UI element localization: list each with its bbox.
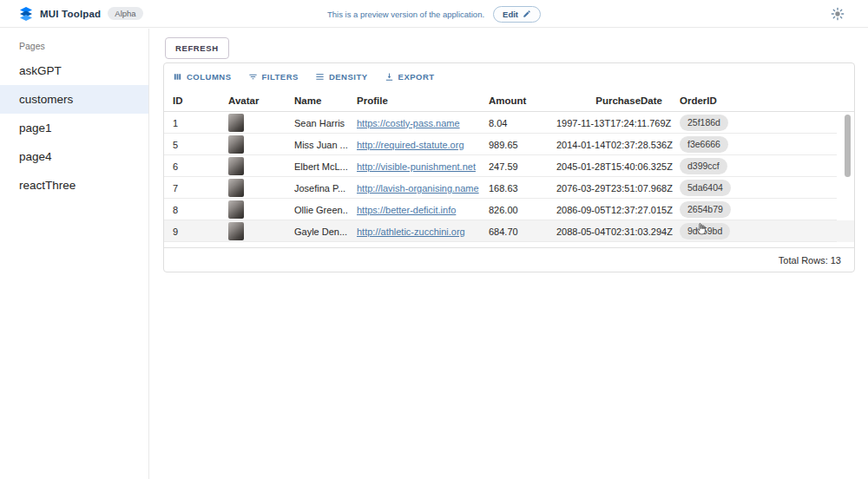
sidebar-item-askgpt[interactable]: askGPT <box>0 56 148 85</box>
columns-button-label: COLUMNS <box>187 72 232 82</box>
cell-amount: 247.59 <box>480 161 556 172</box>
app-title: MUI Toolpad <box>40 9 101 19</box>
sidebar-section-label: Pages <box>0 29 148 56</box>
alpha-badge: Alpha <box>108 7 142 20</box>
total-rows-label: Total Rows: 13 <box>779 255 841 266</box>
profile-link[interactable]: http://required-statute.org <box>357 140 464 150</box>
sidebar-item-label: reactThree <box>19 179 76 192</box>
cell-id: 8 <box>164 205 220 215</box>
profile-link[interactable]: https://better-deficit.info <box>357 205 456 215</box>
profile-link[interactable]: http://lavish-organising.name <box>357 183 479 194</box>
filter-list-icon <box>248 72 258 82</box>
table-row[interactable]: 1 Sean Harris https://costly-pass.name 8… <box>164 112 854 134</box>
toolpad-logo-icon <box>19 7 33 21</box>
profile-link[interactable]: http://visible-punishment.net <box>357 161 476 172</box>
sidebar: Pages askGPT customers page1 page4 react… <box>0 29 149 479</box>
sidebar-item-reactthree[interactable]: reactThree <box>0 171 148 200</box>
sidebar-item-page1[interactable]: page1 <box>0 114 148 142</box>
vertical-scrollbar[interactable] <box>845 115 851 177</box>
profile-link[interactable]: http://athletic-zucchini.org <box>357 226 465 237</box>
cell-id: 7 <box>164 183 220 194</box>
table-row[interactable]: 6 Elbert McL... http://visible-punishmen… <box>164 155 854 177</box>
export-button[interactable]: EXPORT <box>385 72 435 82</box>
column-header-profile[interactable]: Profile <box>348 95 480 106</box>
refresh-button[interactable]: REFRESH <box>165 37 229 59</box>
cell-avatar <box>220 135 286 154</box>
cell-id: 9 <box>164 226 220 237</box>
filters-button[interactable]: FILTERS <box>248 72 299 82</box>
cell-purchasedate: 2086-09-05T12:37:27.015Z <box>556 205 667 215</box>
cell-id: 6 <box>164 161 220 172</box>
column-header-id[interactable]: ID <box>164 95 220 106</box>
orderid-chip: 2654b79 <box>680 201 731 218</box>
cell-purchasedate: 2076-03-29T23:51:07.968Z <box>556 183 667 194</box>
cell-name: Miss Juan ... <box>286 140 348 150</box>
table-row-hovered[interactable]: 9 Gayle Den... http://athletic-zucchini.… <box>164 220 854 242</box>
cell-avatar <box>220 200 286 219</box>
top-app-bar: MUI Toolpad Alpha This is a preview vers… <box>0 0 868 28</box>
avatar <box>228 179 244 197</box>
theme-toggle-button[interactable] <box>830 6 845 22</box>
sidebar-item-label: customers <box>19 93 73 106</box>
cell-name: Gayle Den... <box>286 226 348 237</box>
cell-avatar <box>220 114 286 132</box>
orderid-chip: 5da6404 <box>680 180 731 196</box>
sidebar-item-label: page4 <box>19 150 52 163</box>
avatar <box>228 157 244 175</box>
filters-button-label: FILTERS <box>262 72 299 82</box>
column-header-avatar[interactable]: Avatar <box>220 95 286 106</box>
grid-header-row: ID Avatar Name Profile Amount PurchaseDa… <box>164 89 854 112</box>
profile-link[interactable]: https://costly-pass.name <box>357 118 460 128</box>
sidebar-item-label: page1 <box>19 121 52 135</box>
cell-name: Josefina P... <box>286 183 348 194</box>
cell-name: Sean Harris <box>286 118 348 128</box>
density-lines-icon <box>315 72 325 82</box>
cell-avatar <box>220 157 286 175</box>
cell-amount: 8.04 <box>480 118 556 128</box>
avatar <box>228 114 244 132</box>
cell-amount: 826.00 <box>480 205 556 215</box>
column-header-purchasedate[interactable]: PurchaseDate <box>556 95 667 106</box>
table-row[interactable]: 7 Josefina P... http://lavish-organising… <box>164 177 854 199</box>
cell-purchasedate: 1997-11-13T17:24:11.769Z <box>556 118 667 128</box>
edit-button-label: Edit <box>503 10 518 19</box>
brand: MUI Toolpad Alpha <box>0 7 143 21</box>
sun-icon <box>831 7 845 21</box>
density-button-label: DENSITY <box>329 72 368 82</box>
cell-name: Ollie Green... <box>286 205 348 215</box>
export-button-label: EXPORT <box>398 72 435 82</box>
cell-name: Elbert McL... <box>286 161 348 172</box>
avatar <box>228 222 244 240</box>
table-row[interactable]: 5 Miss Juan ... http://required-statute.… <box>164 134 854 155</box>
avatar <box>228 135 244 154</box>
cell-amount: 168.63 <box>480 183 556 194</box>
cell-purchasedate: 2014-01-14T02:37:28.536Z <box>556 140 667 150</box>
cell-avatar <box>220 179 286 197</box>
grid-toolbar: COLUMNS FILTERS DENSITY <box>164 63 854 89</box>
column-header-amount[interactable]: Amount <box>480 95 556 106</box>
avatar <box>228 200 244 219</box>
download-icon <box>385 72 394 82</box>
column-header-name[interactable]: Name <box>286 95 348 106</box>
cell-purchasedate: 2088-05-04T02:31:03.294Z <box>556 226 667 237</box>
cell-id: 5 <box>164 140 220 150</box>
cell-id: 1 <box>164 118 220 128</box>
sidebar-item-label: askGPT <box>19 64 62 77</box>
column-header-orderid[interactable]: OrderID <box>667 95 854 106</box>
sidebar-item-customers[interactable]: customers <box>0 85 148 114</box>
grid-footer: Total Rows: 13 <box>164 247 854 272</box>
orderid-chip: 9dc59bd <box>680 223 730 240</box>
orderid-chip: f3e6666 <box>680 136 728 153</box>
cell-amount: 684.70 <box>480 226 556 237</box>
edit-button[interactable]: Edit <box>493 6 541 23</box>
sidebar-item-page4[interactable]: page4 <box>0 142 148 171</box>
view-columns-icon <box>173 72 182 82</box>
cell-amount: 989.65 <box>480 140 556 150</box>
table-row[interactable]: 8 Ollie Green... https://better-deficit.… <box>164 199 854 220</box>
orderid-chip: d399ccf <box>680 158 727 174</box>
cell-avatar <box>220 222 286 240</box>
pencil-icon <box>523 10 531 18</box>
density-button[interactable]: DENSITY <box>315 72 368 82</box>
data-grid: COLUMNS FILTERS DENSITY <box>163 62 855 272</box>
columns-button[interactable]: COLUMNS <box>173 72 232 82</box>
